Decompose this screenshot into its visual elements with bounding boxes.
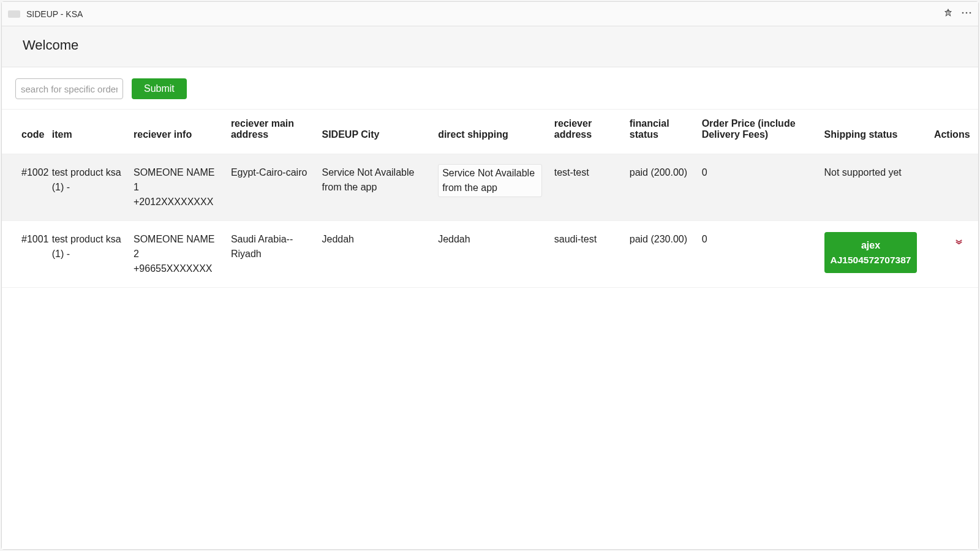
table-row: #1001 test product ksa (1) - SOMEONE NAM… — [2, 221, 978, 288]
shipping-carrier: ajex — [831, 238, 911, 253]
svg-point-2 — [970, 12, 971, 14]
welcome-section: Welcome — [2, 26, 978, 67]
cell-order-price: 0 — [696, 221, 818, 288]
submit-button[interactable]: Submit — [132, 78, 187, 99]
th-shipping-status: Shipping status — [818, 110, 928, 154]
app-logo-icon — [8, 10, 20, 18]
cell-shipping-status: Not supported yet — [818, 154, 928, 221]
shipping-status-badge[interactable]: ajex AJ1504572707387 — [824, 232, 918, 273]
cell-actions: ⌄⌄ — [928, 221, 978, 288]
cell-code: #1001 — [2, 221, 46, 288]
orders-table: code item reciever info reciever main ad… — [2, 110, 978, 288]
th-actions: Actions — [928, 110, 978, 154]
cell-sideup-city: Jeddah — [316, 221, 432, 288]
th-reciever-info: reciever info — [127, 110, 225, 154]
th-code: code — [2, 110, 46, 154]
app-title: SIDEUP - KSA — [26, 9, 83, 19]
svg-point-0 — [962, 12, 964, 14]
th-financial-status: financial status — [624, 110, 696, 154]
cell-sideup-city: Service Not Available from the app — [316, 154, 432, 221]
svg-point-1 — [966, 12, 968, 14]
cell-actions — [928, 154, 978, 221]
page-title: Welcome — [23, 37, 957, 53]
expand-row-icon[interactable]: ⌄⌄ — [954, 236, 963, 244]
pin-icon[interactable] — [944, 9, 952, 19]
th-item: item — [46, 110, 127, 154]
table-header-row: code item reciever info reciever main ad… — [2, 110, 978, 154]
cell-reciever-address: test-test — [548, 154, 624, 221]
cell-order-price: 0 — [696, 154, 818, 221]
search-input[interactable] — [15, 78, 123, 99]
more-icon[interactable] — [961, 9, 972, 19]
th-reciever-address: reciever address — [548, 110, 624, 154]
cell-item: test product ksa (1) - — [46, 221, 127, 288]
cell-direct-shipping: Jeddah — [432, 221, 548, 288]
shipping-status-text: Not supported yet — [824, 167, 902, 178]
orders-table-wrap: code item reciever info reciever main ad… — [2, 110, 978, 549]
th-sideup-city: SIDEUP City — [316, 110, 432, 154]
shipping-tracking: AJ1504572707387 — [831, 253, 911, 267]
th-reciever-main-address: reciever main address — [225, 110, 316, 154]
cell-code: #1002 — [2, 154, 46, 221]
cell-financial-status: paid (200.00) — [624, 154, 696, 221]
th-direct-shipping: direct shipping — [432, 110, 548, 154]
search-toolbar: Submit — [2, 67, 978, 110]
cell-reciever-main-address: Saudi Arabia--Riyadh — [225, 221, 316, 288]
table-row: #1002 test product ksa (1) - SOMEONE NAM… — [2, 154, 978, 221]
direct-shipping-dropdown[interactable]: Service Not Available from the app — [438, 164, 542, 197]
cell-reciever-info: SOMEONE NAME 2 +96655XXXXXXX — [127, 221, 225, 288]
th-order-price: Order Price (include Delivery Fees) — [696, 110, 818, 154]
cell-reciever-main-address: Egypt-Cairo-cairo — [225, 154, 316, 221]
app-titlebar: SIDEUP - KSA — [2, 2, 978, 26]
cell-reciever-address: saudi-test — [548, 221, 624, 288]
cell-reciever-info: SOMEONE NAME 1 +2012XXXXXXXX — [127, 154, 225, 221]
cell-item: test product ksa (1) - — [46, 154, 127, 221]
cell-financial-status: paid (230.00) — [624, 221, 696, 288]
cell-direct-shipping: Service Not Available from the app — [432, 154, 548, 221]
cell-shipping-status: ajex AJ1504572707387 — [818, 221, 928, 288]
